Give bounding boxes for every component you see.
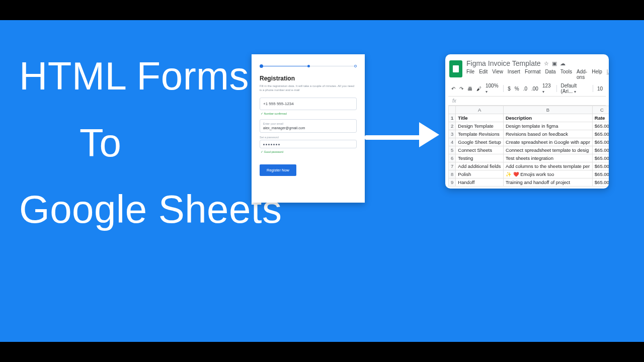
cloud-icon[interactable]: ☁ xyxy=(560,60,566,67)
col-header-a[interactable]: A xyxy=(456,106,504,114)
menu-tools[interactable]: Tools xyxy=(560,69,572,80)
percent-button[interactable]: % xyxy=(515,86,519,92)
table-row: 6TestingTest sheets integration$65.00 xyxy=(449,154,609,162)
step-line-2 xyxy=(310,66,354,66)
table-row: 7Add additional fieldsAdd columns to the… xyxy=(449,162,609,170)
font-dropdown[interactable]: Default (Ari... xyxy=(560,83,589,94)
spreadsheet-grid[interactable]: A B C 1 Title Description Rate 2Design T… xyxy=(448,106,609,187)
folder-icon[interactable]: ▣ xyxy=(552,60,557,67)
menu-insert[interactable]: Insert xyxy=(508,69,520,80)
more-formats-dropdown[interactable]: 123 xyxy=(542,83,552,94)
headline-line-2: To xyxy=(19,110,282,176)
email-value: alex_manager@gmail.com xyxy=(263,126,353,130)
table-row: 5Connect SheetsConnect spreadsheet templ… xyxy=(449,146,609,154)
headline-line-1: HTML Forms xyxy=(19,43,282,110)
registration-form-card: Registration Fill in the registration da… xyxy=(252,54,365,203)
decrease-decimal-button[interactable]: .0 xyxy=(523,86,527,92)
thumbnail-canvas: HTML Forms To Google Sheets Registration… xyxy=(0,20,644,342)
currency-button[interactable]: $ xyxy=(508,86,511,92)
menu-addons[interactable]: Add-ons xyxy=(577,69,587,80)
menu-file[interactable]: File xyxy=(466,69,474,80)
table-row: 4Google Sheet SetupCreate spreadsheet in… xyxy=(449,138,609,146)
form-stepper xyxy=(260,64,357,68)
menu-last-edit[interactable]: Last xyxy=(607,69,609,80)
table-row: 1 Title Description Rate xyxy=(449,114,609,122)
menu-help[interactable]: Help xyxy=(592,69,602,80)
fx-label: fx xyxy=(452,98,456,104)
increase-decimal-button[interactable]: .00 xyxy=(531,86,538,92)
table-row: 3Template RevisionsRevisions based on fe… xyxy=(449,130,609,138)
cell[interactable]: Description xyxy=(503,114,592,122)
step-dot-1 xyxy=(260,64,263,68)
row-header[interactable]: 1 xyxy=(449,114,456,122)
print-icon[interactable]: 🖶 xyxy=(467,86,472,92)
toolbar-separator xyxy=(503,85,504,92)
menu-data[interactable]: Data xyxy=(545,69,556,80)
headline-line-3: Google Sheets xyxy=(19,176,282,243)
font-size-field[interactable]: 10 xyxy=(597,86,603,92)
cell[interactable]: Title xyxy=(456,114,504,122)
table-row: 8Polish✨ ❤️ Emojis work too$65.00 xyxy=(449,170,609,178)
menu-edit[interactable]: Edit xyxy=(479,69,488,80)
corner-cell[interactable] xyxy=(449,106,456,114)
sheet-document-title[interactable]: Figma Invoice Template xyxy=(466,59,541,67)
toolbar-separator xyxy=(556,85,557,92)
sheets-logo-icon xyxy=(449,60,462,77)
password-dots xyxy=(263,144,353,145)
cell[interactable]: Rate xyxy=(592,114,609,122)
toolbar-separator xyxy=(593,85,593,92)
table-row: 2Design TemplateDesign template in figma… xyxy=(449,122,609,130)
col-header-c[interactable]: C xyxy=(592,106,609,114)
phone-field[interactable]: +1 555 555-1234 xyxy=(260,98,357,110)
sheet-menubar: File Edit View Insert Format Data Tools … xyxy=(466,69,609,80)
menu-view[interactable]: View xyxy=(492,69,503,80)
google-sheets-card: Figma Invoice Template ☆ ▣ ☁ File Edit V… xyxy=(445,54,609,189)
form-title: Registration xyxy=(260,75,357,82)
password-label: Set a password xyxy=(260,136,357,139)
star-icon[interactable]: ☆ xyxy=(544,60,549,67)
table-row: 9HandoffTraining and handoff of project$… xyxy=(449,178,609,187)
arrow-icon xyxy=(365,126,445,151)
paint-format-icon[interactable]: 🖌 xyxy=(476,86,481,92)
email-label: Enter your email xyxy=(263,122,353,125)
register-button[interactable]: Register Now xyxy=(260,164,296,176)
col-header-b[interactable]: B xyxy=(503,106,592,114)
phone-confirmed-label: Number confirmed xyxy=(261,112,357,115)
form-subtitle: Fill in the registration data. It will t… xyxy=(260,84,357,93)
step-dot-3 xyxy=(354,65,357,67)
password-field[interactable] xyxy=(260,140,357,148)
menu-format[interactable]: Format xyxy=(525,69,541,80)
formula-bar[interactable]: fx xyxy=(448,97,606,106)
step-line-1 xyxy=(263,66,307,66)
redo-icon[interactable]: ↷ xyxy=(459,86,463,92)
zoom-dropdown[interactable]: 100% xyxy=(486,83,499,94)
email-field[interactable]: Enter your email alex_manager@gmail.com xyxy=(260,119,357,133)
sheet-toolbar: ↶ ↷ 🖶 🖌 100% $ % .0 .00 123 Default (Ari… xyxy=(448,80,606,97)
password-confirmed-label: Good password xyxy=(261,150,357,153)
headline-text: HTML Forms To Google Sheets xyxy=(19,43,282,243)
undo-icon[interactable]: ↶ xyxy=(451,86,455,92)
